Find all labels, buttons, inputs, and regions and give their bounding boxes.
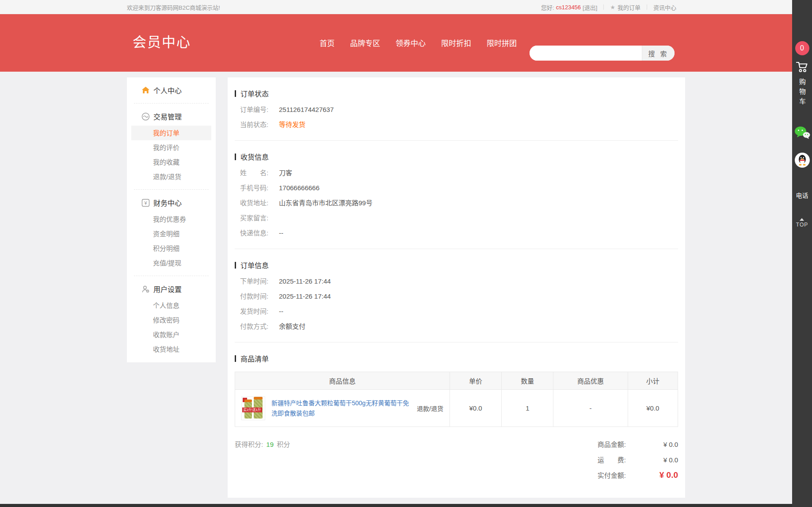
col-unit-price: 单价 xyxy=(450,372,501,390)
order-time-label: 下单时间: xyxy=(240,277,279,285)
sidebar-item-trade-management[interactable]: 交易管理 xyxy=(127,107,216,126)
nav-flash-discount[interactable]: 限时折扣 xyxy=(441,37,471,48)
sidebar-item-recharge-withdraw[interactable]: 充值/提现 xyxy=(131,256,211,270)
search-button[interactable]: 搜 索 xyxy=(642,46,675,61)
points-earned: 获得积分: 19 积分 xyxy=(235,439,290,486)
goods-amount-value: ¥ 0.0 xyxy=(626,441,678,448)
phone-value: 17066666666 xyxy=(279,184,320,192)
sidebar-item-my-favorites[interactable]: 我的收藏 xyxy=(131,155,211,169)
col-subtotal: 小计 xyxy=(628,372,678,390)
goods-table: 商品信息 单价 数量 商品优惠 小计 xyxy=(235,372,678,427)
sidebar-group: 个人信息 修改密码 收款账户 收货地址 xyxy=(127,298,216,358)
section-title: 订单状态 xyxy=(235,88,678,99)
sidebar-item-my-orders[interactable]: 我的订单 xyxy=(131,126,211,140)
shipping-info-section: 收货信息 姓 名:刀客 手机号码:17066666666 收货地址:山东省青岛市… xyxy=(235,141,678,249)
sidebar-item-points-detail[interactable]: 积分明细 xyxy=(131,241,211,256)
page-content: 个人中心 交易管理 我的订单 我的评价 我的收藏 退款/退货 ¥ 财务中心 我的… xyxy=(127,77,685,498)
section-title: 收货信息 xyxy=(235,151,678,162)
order-summary: 获得积分: 19 积分 商品金额: ¥ 0.0 运 费: ¥ 0.0 实付金额: xyxy=(235,439,678,486)
username: cs123456 xyxy=(556,4,581,11)
discount-cell: - xyxy=(553,390,628,427)
top-arrow-icon xyxy=(800,218,804,221)
sidebar-item-personal-info[interactable]: 个人信息 xyxy=(131,298,211,313)
product-title-link[interactable]: 新疆特产吐鲁番大颗粒葡萄干500g无籽黄葡萄干免洗即食散装包邮 xyxy=(271,398,413,419)
goods-amount-label: 商品金额: xyxy=(598,439,626,449)
receiver-name-label: 姓 名: xyxy=(240,169,279,177)
float-sidebar: 0 购物车 电话 TOP xyxy=(792,0,812,507)
sidebar-item-payment-account[interactable]: 收款账户 xyxy=(131,327,211,342)
sidebar-item-my-coupons[interactable]: 我的优惠券 xyxy=(131,212,211,227)
promo-ribbon: 买2斤送1斤 xyxy=(242,407,262,412)
courier-info-value: -- xyxy=(279,229,283,237)
svg-text:¥: ¥ xyxy=(144,200,147,205)
order-status-section: 订单状态 订单编号: 251126174427637 当前状态: 等待发货 xyxy=(235,77,678,141)
sidebar-item-my-reviews[interactable]: 我的评价 xyxy=(131,140,211,155)
ship-time-label: 发货时间: xyxy=(240,307,279,315)
product-thumbnail[interactable]: 买2斤送1斤 xyxy=(241,396,265,420)
order-no-value: 251126174427637 xyxy=(279,105,334,114)
section-title: 商品清单 xyxy=(235,353,678,364)
topbar-my-orders-link[interactable]: 我的订单 xyxy=(618,3,640,12)
points-value: 19 xyxy=(266,441,274,448)
order-status-value: 等待发货 xyxy=(279,120,305,129)
courier-info-label: 快递信息: xyxy=(240,229,279,237)
site-logo[interactable]: 会员中心 xyxy=(133,31,191,51)
divider xyxy=(134,189,209,190)
star-icon: ★ xyxy=(610,4,615,11)
col-product-info: 商品信息 xyxy=(235,372,450,390)
sidebar-item-personal-center[interactable]: 个人中心 xyxy=(127,81,216,100)
paid-amount-label: 实付金额: xyxy=(598,470,626,480)
topbar-news-link[interactable]: 资讯中心 xyxy=(653,3,676,12)
home-icon xyxy=(141,86,150,94)
pay-time-value: 2025-11-26 17:44 xyxy=(279,292,331,300)
divider xyxy=(134,276,209,276)
col-discount: 商品优惠 xyxy=(553,372,628,390)
user-settings-icon xyxy=(141,285,150,293)
address-value: 山东省青岛市市北区漂亮路99号 xyxy=(279,199,373,207)
col-quantity: 数量 xyxy=(502,372,553,390)
shipping-fee-label: 运 费: xyxy=(598,455,626,464)
order-status-label: 当前状态: xyxy=(240,120,279,129)
pay-method-value: 余额支付 xyxy=(279,322,305,330)
logout-link[interactable]: [退出] xyxy=(583,3,597,12)
receiver-name-value: 刀客 xyxy=(279,169,292,177)
section-title: 订单信息 xyxy=(235,260,678,270)
divider xyxy=(647,4,647,10)
greeting-label: 您好: xyxy=(541,3,554,12)
divider xyxy=(134,103,209,104)
site-header: 会员中心 首页 品牌专区 领券中心 限时折扣 限时拼团 搜 索 xyxy=(0,14,812,72)
search-input[interactable] xyxy=(530,46,642,61)
phone-label[interactable]: 电话 xyxy=(796,191,808,200)
sidebar-item-refunds[interactable]: 退款/退货 xyxy=(131,169,211,184)
subtotal-cell: ¥0.0 xyxy=(628,390,678,427)
pay-time-label: 付款时间: xyxy=(240,292,279,300)
unit-price-cell: ¥0.0 xyxy=(450,390,501,427)
sidebar-item-change-password[interactable]: 修改密码 xyxy=(131,313,211,327)
qq-icon[interactable] xyxy=(795,153,810,168)
address-label: 收货地址: xyxy=(240,199,279,207)
trade-icon xyxy=(141,112,150,121)
refund-link[interactable]: 退款/退货 xyxy=(417,404,443,413)
phone-label: 手机号码: xyxy=(240,184,279,192)
sidebar-item-finance-center[interactable]: ¥ 财务中心 xyxy=(127,193,216,212)
nav-brand-zone[interactable]: 品牌专区 xyxy=(350,37,380,48)
sidebar-group: 我的订单 我的评价 我的收藏 退款/退货 xyxy=(127,126,216,186)
goods-list-section: 商品清单 商品信息 单价 数量 商品优惠 小计 xyxy=(235,342,678,498)
welcome-text: 欢迎来到刀客源码网B2C商城演示站! xyxy=(127,3,220,12)
nav-coupon-center[interactable]: 领券中心 xyxy=(396,37,426,48)
ship-time-value: -- xyxy=(279,307,283,315)
pay-method-label: 付款方式: xyxy=(240,322,279,330)
paid-amount-value: ¥ 0.0 xyxy=(626,470,678,480)
wechat-icon[interactable] xyxy=(794,126,810,141)
cart-icon[interactable] xyxy=(795,61,809,75)
sidebar-item-shipping-address[interactable]: 收货地址 xyxy=(131,342,211,357)
totals-block: 商品金额: ¥ 0.0 运 费: ¥ 0.0 实付金额: ¥ 0.0 xyxy=(598,439,678,486)
cart-label[interactable]: 购物车 xyxy=(797,78,807,108)
nav-group-deal[interactable]: 限时拼团 xyxy=(487,37,517,48)
order-info-section: 订单信息 下单时间:2025-11-26 17:44 付款时间:2025-11-… xyxy=(235,249,678,342)
sidebar-item-funds-detail[interactable]: 资金明细 xyxy=(131,227,211,241)
nav-home[interactable]: 首页 xyxy=(320,37,335,48)
sidebar-item-user-settings[interactable]: 用户设置 xyxy=(127,280,216,298)
quantity-cell: 1 xyxy=(502,390,553,427)
back-to-top-button[interactable]: TOP xyxy=(796,218,808,228)
